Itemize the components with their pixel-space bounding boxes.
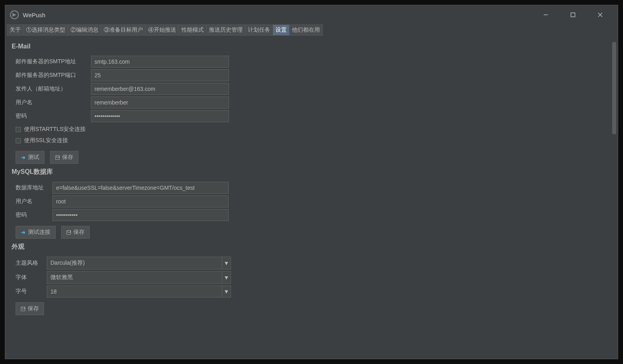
email-pass-input[interactable] [91, 110, 229, 122]
row-sender: 发件人（邮箱地址） [16, 83, 611, 95]
arrow-right-icon: ➜ [21, 154, 26, 161]
email-test-button[interactable]: ➜ 测试 [16, 151, 44, 164]
titlebar: WePush [5, 5, 618, 24]
db-user-input[interactable] [52, 195, 229, 207]
save-icon [55, 155, 60, 160]
maximize-button[interactable] [565, 7, 581, 23]
settings-panel: E-Mail 邮件服务器的SMTP地址 邮件服务器的SMTP端口 发件人（邮箱地… [5, 36, 618, 359]
email-save-button[interactable]: 保存 [50, 151, 78, 164]
scrollbar-thumb[interactable] [612, 42, 616, 134]
email-user-label: 用户名 [16, 97, 91, 109]
row-ssl: 使用SSL安全连接 [16, 135, 611, 146]
row-theme: 主题风格 Darcula(推荐) ▼ [16, 257, 611, 269]
sender-label: 发件人（邮箱地址） [16, 83, 91, 95]
row-font: 字体 微软雅黑 ▼ [16, 271, 611, 284]
save-icon [21, 307, 25, 311]
scrollbar[interactable] [611, 41, 617, 355]
mysql-section-title: MySQL数据库 [12, 168, 611, 176]
db-user-label: 用户名 [16, 195, 52, 207]
chevron-down-icon: ▼ [222, 272, 231, 283]
mysql-save-label: 保存 [73, 229, 84, 236]
email-pass-label: 密码 [16, 110, 91, 122]
app-logo-icon [10, 10, 19, 19]
ssl-label[interactable]: 使用SSL安全连接 [24, 137, 68, 144]
smtp-addr-label: 邮件服务器的SMTP地址 [16, 56, 91, 68]
tab-edit-msg[interactable]: ②编辑消息 [68, 24, 101, 36]
appearance-save-button[interactable]: 保存 [16, 302, 44, 315]
chevron-down-icon: ▼ [222, 257, 231, 269]
theme-value: Darcula(推荐) [50, 259, 85, 267]
mysql-test-label: 测试连接 [28, 229, 50, 236]
close-button[interactable] [592, 7, 608, 23]
row-db-user: 用户名 [16, 195, 611, 207]
db-pass-input[interactable] [52, 209, 229, 221]
smtp-addr-input[interactable] [91, 56, 229, 68]
arrow-right-icon: ➜ [21, 229, 26, 235]
svg-rect-2 [571, 13, 575, 17]
theme-label: 主题风格 [16, 257, 47, 269]
mysql-buttons: ➜ 测试连接 保存 [16, 226, 611, 239]
row-fontsize: 字号 18 ▼ [16, 286, 611, 298]
smtp-port-input[interactable] [91, 69, 229, 81]
tab-start-push[interactable]: ④开始推送 [146, 24, 179, 36]
font-value: 微软雅黑 [50, 274, 73, 281]
tab-target-users[interactable]: ③准备目标用户 [101, 24, 146, 36]
save-icon [66, 230, 71, 235]
fontsize-select[interactable]: 18 ▼ [47, 286, 231, 298]
email-save-label: 保存 [62, 154, 73, 161]
tab-perf-mode[interactable]: 性能模式 [179, 24, 207, 36]
sender-input[interactable] [91, 83, 229, 95]
row-db-pass: 密码 [16, 209, 611, 221]
starttls-checkbox[interactable] [16, 127, 21, 132]
db-pass-label: 密码 [16, 209, 52, 221]
tab-msg-type[interactable]: ①选择消息类型 [24, 24, 68, 36]
fontsize-label: 字号 [16, 286, 47, 298]
ssl-checkbox[interactable] [16, 138, 21, 143]
row-starttls: 使用STARTTLS安全连接 [16, 124, 611, 135]
app-window: WePush 关于 ①选择消息类型 ②编辑消息 ③准备目标用户 ④开始推送 性能… [5, 5, 618, 359]
smtp-port-label: 邮件服务器的SMTP端口 [16, 69, 91, 81]
tab-others[interactable]: 他们都在用 [289, 24, 323, 36]
window-controls [538, 7, 613, 23]
db-addr-input[interactable] [52, 182, 229, 194]
svg-marker-0 [12, 13, 16, 17]
tab-settings[interactable]: 设置 [273, 24, 289, 36]
chevron-down-icon: ▼ [222, 286, 231, 297]
font-label: 字体 [16, 271, 47, 284]
row-smtp-addr: 邮件服务器的SMTP地址 [16, 56, 611, 68]
fontsize-value: 18 [50, 288, 57, 295]
tab-about[interactable]: 关于 [7, 24, 24, 36]
minimize-button[interactable] [538, 7, 554, 23]
email-section-title: E-Mail [12, 43, 611, 50]
row-email-pass: 密码 [16, 110, 611, 122]
appearance-buttons: 保存 [16, 302, 611, 315]
email-test-label: 测试 [28, 154, 39, 161]
mysql-save-button[interactable]: 保存 [61, 226, 90, 239]
tab-bar: 关于 ①选择消息类型 ②编辑消息 ③准备目标用户 ④开始推送 性能模式 推送历史… [5, 24, 618, 36]
appearance-save-label: 保存 [28, 305, 39, 312]
email-user-input[interactable] [91, 97, 229, 109]
email-buttons: ➜ 测试 保存 [16, 151, 611, 164]
tab-history[interactable]: 推送历史管理 [207, 24, 245, 36]
db-addr-label: 数据库地址 [16, 182, 52, 194]
tab-scheduled[interactable]: 计划任务 [245, 24, 273, 36]
theme-select[interactable]: Darcula(推荐) ▼ [47, 257, 231, 269]
font-select[interactable]: 微软雅黑 ▼ [47, 271, 231, 284]
starttls-label[interactable]: 使用STARTTLS安全连接 [24, 126, 86, 133]
row-db-addr: 数据库地址 [16, 182, 611, 194]
mysql-test-button[interactable]: ➜ 测试连接 [16, 226, 56, 239]
row-smtp-port: 邮件服务器的SMTP端口 [16, 69, 611, 81]
row-email-user: 用户名 [16, 97, 611, 109]
appearance-section-title: 外观 [12, 243, 611, 251]
app-title: WePush [23, 12, 45, 18]
